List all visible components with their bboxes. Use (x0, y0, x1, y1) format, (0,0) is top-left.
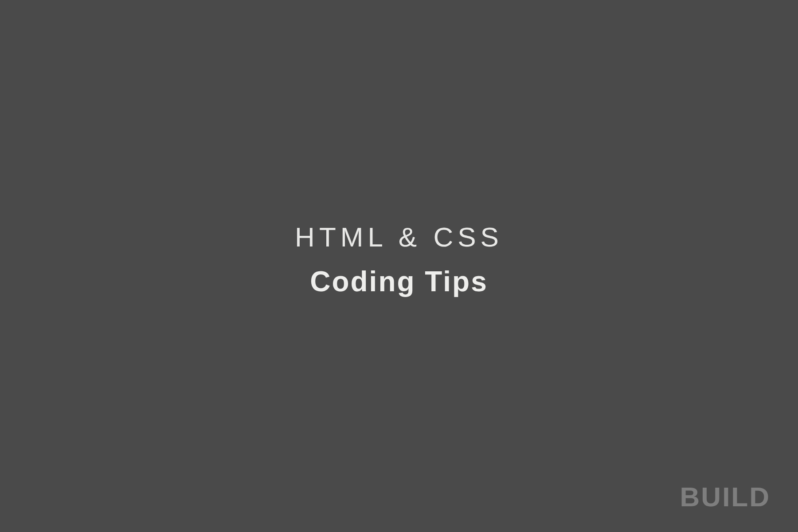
footer-brand: BUILD (680, 481, 771, 512)
slide-content: HTML & CSS Coding Tips (295, 221, 503, 298)
slide-heading-bottom: Coding Tips (310, 265, 488, 298)
slide-heading-top: HTML & CSS (295, 221, 503, 253)
